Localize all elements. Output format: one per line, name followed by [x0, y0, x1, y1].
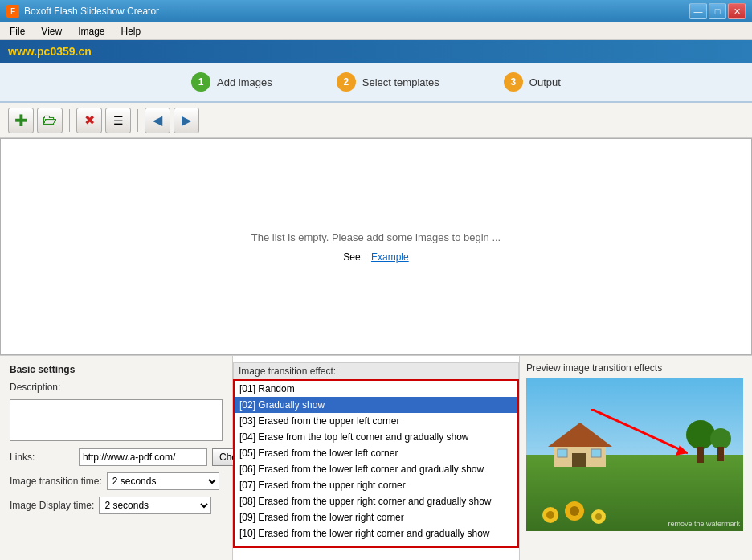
svg-point-14 [570, 506, 579, 516]
svg-rect-8 [717, 447, 724, 461]
menu-view[interactable]: View [35, 24, 68, 39]
toolbar-separator-2 [137, 109, 138, 132]
svg-rect-2 [572, 453, 586, 467]
app-title: Boxoft Flash Slideshow Creator [24, 6, 159, 17]
watermark-text: www.pc0359.cn [8, 45, 92, 58]
transition-item-09[interactable]: [09] Erased from the lower right corner [235, 509, 517, 525]
move-right-button[interactable]: ▶ [174, 108, 199, 133]
minimize-button[interactable]: — [689, 3, 707, 19]
see-label: See: [343, 251, 363, 263]
menu-help[interactable]: Help [115, 24, 148, 39]
title-bar-controls: — □ ✕ [689, 3, 746, 19]
display-time-label: Image Display time: [10, 500, 94, 511]
transition-label: Image transition effect: [233, 362, 519, 379]
transition-list: [01] Random[02] Gradually show[03] Erase… [235, 381, 517, 546]
transition-item-01[interactable]: [01] Random [235, 381, 517, 397]
transition-item-04[interactable]: [04] Erase from the top left corner and … [235, 429, 517, 445]
empty-message: The list is empty. Please add some image… [251, 231, 501, 243]
svg-point-7 [710, 428, 731, 449]
transition-wrapper: Image transition effect: [01] Random[02]… [233, 362, 519, 548]
toolbar: ✚ 🗁 ✖ ☰ ◀ ▶ [0, 103, 752, 138]
svg-rect-6 [697, 447, 704, 463]
transition-list-container: [01] Random[02] Gradually show[03] Erase… [233, 379, 519, 548]
transition-item-07[interactable]: [07] Erased from the upper right corner [235, 477, 517, 493]
transition-item-05[interactable]: [05] Erased from the lower left corner [235, 445, 517, 461]
step-2-circle: 2 [337, 72, 356, 92]
transition-time-select[interactable]: 1 second 2 seconds 3 seconds 4 seconds 5… [107, 472, 219, 490]
transition-item-08[interactable]: [08] Erased from the upper right corner … [235, 493, 517, 509]
transition-item-06[interactable]: [06] Erased from the lower left corner a… [235, 461, 517, 477]
transition-item-10[interactable]: [10] Erased from the lower right corner … [235, 525, 517, 542]
toolbar-separator-1 [69, 109, 70, 132]
image-list-area: The list is empty. Please add some image… [0, 138, 752, 355]
step-1-label: Add images [217, 76, 272, 88]
step-2[interactable]: 2 Select templates [337, 72, 439, 92]
svg-rect-3 [558, 449, 567, 457]
preview-arrow-svg [591, 409, 688, 457]
open-folder-button[interactable]: 🗁 [37, 108, 63, 133]
step-1[interactable]: 1 Add images [191, 72, 272, 92]
example-link[interactable]: Example [371, 251, 409, 263]
step-3-circle: 3 [504, 72, 523, 92]
links-input[interactable] [79, 448, 207, 466]
description-label: Description: [10, 382, 74, 393]
transition-item-03[interactable]: [03] Erased from the upper left corner [235, 413, 517, 429]
description-row: Description: [10, 382, 223, 393]
display-time-row: Image Display time: 1 second 2 seconds 3… [10, 497, 223, 514]
transition-item-02[interactable]: [02] Gradually show [235, 397, 517, 413]
properties-button[interactable]: ☰ [105, 108, 131, 133]
delete-button[interactable]: ✖ [76, 108, 102, 133]
close-button[interactable]: ✕ [728, 3, 746, 19]
example-row: See: Example [343, 251, 408, 263]
svg-point-5 [686, 420, 715, 449]
links-row: Links: Check [10, 448, 223, 466]
description-input[interactable] [10, 399, 223, 441]
title-bar: F Boxoft Flash Slideshow Creator — □ ✕ [0, 0, 752, 22]
menu-image[interactable]: Image [72, 24, 111, 39]
basic-settings-title: Basic settings [10, 364, 223, 375]
step-1-circle: 1 [191, 72, 210, 92]
display-time-select[interactable]: 1 second 2 seconds 3 seconds 4 seconds 5… [99, 497, 211, 514]
svg-marker-10 [676, 445, 688, 456]
preview-panel: Preview image transition effects [519, 356, 752, 560]
maximize-button[interactable]: □ [709, 3, 726, 19]
step-3-label: Output [529, 76, 561, 88]
links-label: Links: [10, 452, 74, 463]
title-bar-left: F Boxoft Flash Slideshow Creator [6, 5, 159, 18]
watermark-bar: www.pc0359.cn [0, 40, 752, 63]
move-left-button[interactable]: ◀ [145, 108, 170, 133]
svg-point-16 [595, 513, 602, 520]
bottom-section: Basic settings Description: Links: Check… [0, 355, 752, 560]
preview-image: remove the watermark [526, 378, 743, 531]
transition-panel: Image transition effect: [01] Random[02]… [233, 356, 519, 560]
transition-time-label: Image transition time: [10, 476, 102, 487]
step-3[interactable]: 3 Output [504, 72, 561, 92]
svg-point-12 [546, 511, 554, 519]
preview-watermark: remove the watermark [668, 520, 740, 528]
menu-bar: File View Image Help [0, 22, 752, 40]
menu-file[interactable]: File [3, 24, 31, 39]
transition-time-row: Image transition time: 1 second 2 second… [10, 472, 223, 490]
basic-settings-panel: Basic settings Description: Links: Check… [0, 356, 233, 560]
svg-line-9 [591, 409, 688, 453]
add-image-button[interactable]: ✚ [8, 108, 34, 133]
preview-trees-svg [685, 419, 733, 467]
preview-title: Preview image transition effects [526, 362, 746, 374]
steps-bar: 1 Add images 2 Select templates 3 Output [0, 63, 752, 103]
app-icon: F [6, 5, 19, 18]
step-2-label: Select templates [362, 76, 439, 88]
